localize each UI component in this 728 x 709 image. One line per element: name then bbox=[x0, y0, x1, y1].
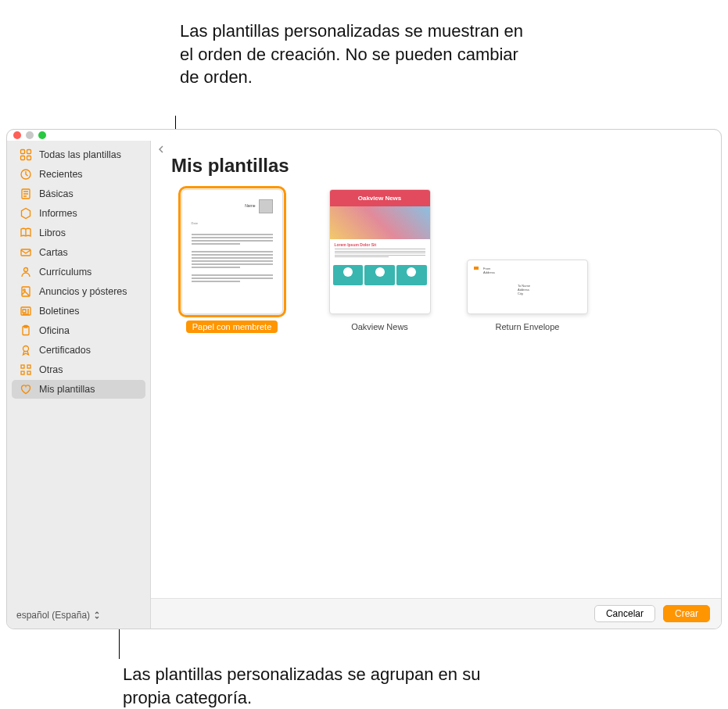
cancel-button[interactable]: Cancelar bbox=[594, 605, 655, 622]
svg-point-13 bbox=[23, 346, 29, 352]
main-content: Mis plantillas Name Date bbox=[151, 141, 721, 628]
template-label: Papel con membrete bbox=[186, 320, 278, 333]
template-thumbnail: Name Date bbox=[181, 189, 283, 314]
sidebar-item-label: Recientes bbox=[39, 169, 83, 180]
sidebar-item-stationery[interactable]: Oficina bbox=[12, 321, 145, 340]
maximize-window-button[interactable] bbox=[38, 131, 46, 139]
envelope-icon bbox=[20, 246, 32, 259]
sidebar-item-label: Todas las plantillas bbox=[39, 149, 121, 160]
sidebar-item-resumes[interactable]: Currículums bbox=[12, 263, 145, 281]
create-button[interactable]: Crear bbox=[663, 605, 710, 622]
template-thumbnail: FromAddress To NameAddressCity bbox=[467, 260, 588, 314]
collapse-sidebar-button[interactable] bbox=[156, 144, 167, 155]
chevron-left-icon bbox=[156, 144, 167, 155]
sidebar-item-basic[interactable]: Básicas bbox=[12, 184, 145, 203]
annotation-bottom: Las plantillas personalizadas se agrupan… bbox=[123, 663, 498, 709]
sidebar-item-label: Oficina bbox=[39, 325, 70, 336]
svg-rect-15 bbox=[27, 365, 30, 368]
language-selector[interactable]: español (España) bbox=[7, 603, 150, 628]
doc-icon bbox=[20, 188, 32, 200]
svg-rect-14 bbox=[21, 365, 24, 368]
award-icon bbox=[20, 344, 32, 356]
grid-icon bbox=[20, 149, 32, 161]
person-icon bbox=[20, 266, 32, 278]
sidebar-item-flyers[interactable]: Anuncios y pósteres bbox=[12, 282, 145, 301]
svg-point-7 bbox=[24, 268, 28, 272]
language-label: español (España) bbox=[16, 610, 90, 621]
template-thumbnail: Oakview News Lorem Ipsum Dolor Sit bbox=[329, 189, 431, 314]
titlebar bbox=[7, 130, 721, 141]
sidebar-item-label: Certificados bbox=[39, 345, 91, 356]
sidebar-item-my-templates[interactable]: Mis plantillas bbox=[12, 380, 145, 399]
sidebar-item-newsletters[interactable]: Boletines bbox=[12, 302, 145, 320]
newspaper-icon bbox=[20, 305, 32, 317]
hex-icon bbox=[20, 207, 32, 220]
svg-rect-17 bbox=[27, 371, 30, 374]
template-item-return-envelope[interactable]: FromAddress To NameAddressCity Return En… bbox=[467, 260, 588, 333]
sidebar-item-certificates[interactable]: Certificados bbox=[12, 341, 145, 360]
template-label: Return Envelope bbox=[490, 320, 566, 333]
clipboard-icon bbox=[20, 324, 32, 337]
close-window-button[interactable] bbox=[13, 131, 21, 139]
annotation-top: Las plantillas personalizadas se muestra… bbox=[180, 20, 524, 89]
poster-icon bbox=[20, 285, 32, 298]
template-label: Oakview News bbox=[345, 320, 414, 333]
sidebar-item-other[interactable]: Otras bbox=[12, 360, 145, 379]
sidebar-item-label: Anuncios y pósteres bbox=[39, 286, 127, 297]
sidebar-item-reports[interactable]: Informes bbox=[12, 204, 145, 223]
sidebar-item-label: Otras bbox=[39, 364, 63, 375]
minimize-window-button[interactable] bbox=[26, 131, 34, 139]
sidebar-item-all-templates[interactable]: Todas las plantillas bbox=[12, 145, 145, 164]
svg-rect-3 bbox=[27, 156, 31, 160]
sidebar-item-label: Currículums bbox=[39, 267, 91, 278]
grid2-icon bbox=[20, 363, 32, 376]
sidebar-item-label: Básicas bbox=[39, 188, 74, 199]
sidebar-item-label: Cartas bbox=[39, 247, 68, 258]
template-item-oakview-news[interactable]: Oakview News Lorem Ipsum Dolor Sit Oakvi… bbox=[319, 189, 440, 333]
svg-rect-0 bbox=[21, 150, 25, 154]
svg-rect-2 bbox=[21, 156, 25, 160]
sidebar-item-label: Informes bbox=[39, 208, 77, 219]
chevron-updown-icon bbox=[93, 610, 101, 621]
sidebar-item-books[interactable]: Libros bbox=[12, 224, 145, 242]
template-item-letterhead[interactable]: Name Date bbox=[171, 189, 292, 333]
sidebar-item-label: Libros bbox=[39, 227, 66, 238]
sidebar-item-recents[interactable]: Recientes bbox=[12, 165, 145, 184]
window-body: Todas las plantillas Recientes Básicas I… bbox=[7, 141, 721, 628]
template-chooser-window: Todas las plantillas Recientes Básicas I… bbox=[6, 129, 722, 629]
book-icon bbox=[20, 227, 32, 239]
svg-point-9 bbox=[23, 289, 25, 291]
sidebar-item-letters[interactable]: Cartas bbox=[12, 243, 145, 262]
template-grid: Name Date bbox=[151, 186, 721, 336]
sidebar: Todas las plantillas Recientes Básicas I… bbox=[7, 141, 151, 628]
newsletter-subheading: Lorem Ipsum Dolor Sit bbox=[335, 242, 425, 247]
heart-icon bbox=[20, 383, 32, 396]
page-title: Mis plantillas bbox=[151, 141, 721, 186]
svg-rect-1 bbox=[27, 150, 31, 154]
svg-rect-16 bbox=[21, 371, 24, 374]
clock-icon bbox=[20, 168, 32, 181]
sidebar-item-label: Boletines bbox=[39, 306, 79, 317]
newsletter-header: Oakview News bbox=[330, 190, 430, 206]
svg-rect-6 bbox=[21, 249, 30, 256]
footer: Cancelar Crear bbox=[151, 598, 721, 628]
sidebar-item-label: Mis plantillas bbox=[39, 384, 95, 395]
sidebar-list: Todas las plantillas Recientes Básicas I… bbox=[7, 145, 150, 603]
